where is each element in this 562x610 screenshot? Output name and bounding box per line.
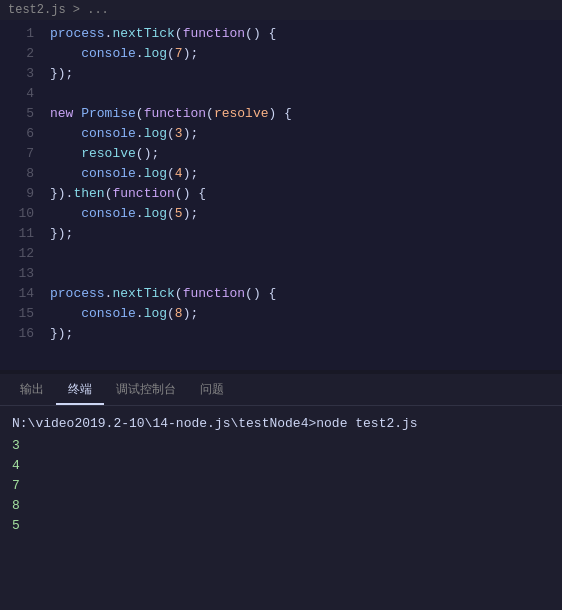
- terminal-output-line: 7: [12, 476, 550, 496]
- code-line: console.log(3);: [42, 124, 562, 144]
- code-line: [42, 84, 562, 104]
- line-number: 11: [8, 224, 34, 244]
- terminal-output-line: 8: [12, 496, 550, 516]
- code-container[interactable]: 12345678910111213141516 process.nextTick…: [0, 20, 562, 370]
- terminal-panel: 输出终端调试控制台问题 N:\video2019.2-10\14-node.js…: [0, 374, 562, 610]
- terminal-content[interactable]: N:\video2019.2-10\14-node.js\testNode4>n…: [0, 406, 562, 610]
- code-line: console.log(7);: [42, 44, 562, 64]
- line-number: 14: [8, 284, 34, 304]
- code-line: console.log(5);: [42, 204, 562, 224]
- code-line: console.log(4);: [42, 164, 562, 184]
- code-line: [42, 244, 562, 264]
- line-numbers: 12345678910111213141516: [0, 20, 42, 370]
- terminal-tab-终端[interactable]: 终端: [56, 373, 104, 405]
- code-line: process.nextTick(function() {: [42, 284, 562, 304]
- code-line: });: [42, 64, 562, 84]
- code-lines[interactable]: process.nextTick(function() { console.lo…: [42, 20, 562, 370]
- line-number: 16: [8, 324, 34, 344]
- breadcrumb-text: test2.js > ...: [8, 3, 109, 17]
- line-number: 1: [8, 24, 34, 44]
- line-number: 5: [8, 104, 34, 124]
- code-line: }).then(function() {: [42, 184, 562, 204]
- line-number: 13: [8, 264, 34, 284]
- terminal-output-area: 34785: [12, 436, 550, 536]
- terminal-output-line: 3: [12, 436, 550, 456]
- code-line: });: [42, 324, 562, 344]
- line-number: 10: [8, 204, 34, 224]
- code-line: console.log(8);: [42, 304, 562, 324]
- tab-bar: 输出终端调试控制台问题: [0, 374, 562, 406]
- line-number: 12: [8, 244, 34, 264]
- line-number: 9: [8, 184, 34, 204]
- code-line: [42, 264, 562, 284]
- code-line: });: [42, 224, 562, 244]
- terminal-path: N:\video2019.2-10\14-node.js\testNode4>n…: [12, 414, 550, 434]
- code-line: new Promise(function(resolve) {: [42, 104, 562, 124]
- line-number: 6: [8, 124, 34, 144]
- terminal-output-line: 4: [12, 456, 550, 476]
- editor-area: test2.js > ... 12345678910111213141516 p…: [0, 0, 562, 370]
- line-number: 3: [8, 64, 34, 84]
- line-number: 2: [8, 44, 34, 64]
- line-number: 8: [8, 164, 34, 184]
- terminal-tab-输出[interactable]: 输出: [8, 373, 56, 405]
- breadcrumb: test2.js > ...: [0, 0, 562, 20]
- terminal-tab-问题[interactable]: 问题: [188, 373, 236, 405]
- line-number: 15: [8, 304, 34, 324]
- code-line: resolve();: [42, 144, 562, 164]
- line-number: 7: [8, 144, 34, 164]
- line-number: 4: [8, 84, 34, 104]
- terminal-tab-调试控制台[interactable]: 调试控制台: [104, 373, 188, 405]
- code-line: process.nextTick(function() {: [42, 24, 562, 44]
- terminal-output-line: 5: [12, 516, 550, 536]
